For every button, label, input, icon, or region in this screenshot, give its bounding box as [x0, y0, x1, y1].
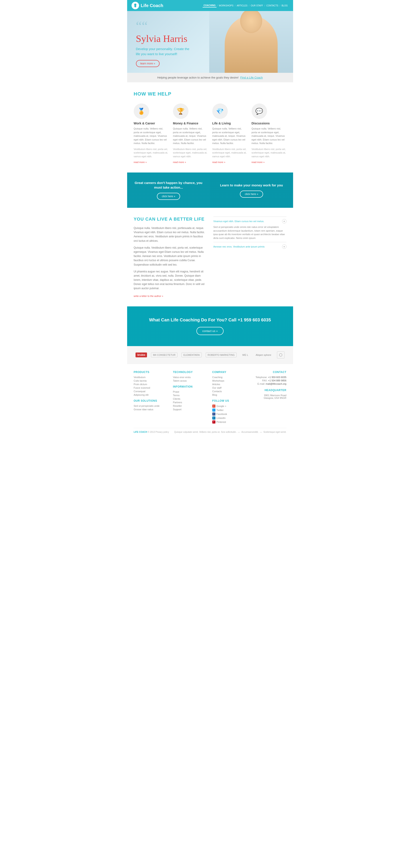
- product-link-4[interactable]: Consequat: [134, 390, 169, 393]
- tech-link-0[interactable]: Vatus enor erotu: [173, 376, 208, 378]
- nav-blog[interactable]: BLOG: [281, 4, 289, 7]
- cta-section: Great careers don't happen by chance, yo…: [127, 173, 293, 208]
- learn-more-button[interactable]: learn more »: [136, 60, 159, 67]
- partner-m4: M4 CONSECTETUR: [151, 352, 177, 358]
- company-link-4[interactable]: Contacts: [212, 390, 247, 393]
- tech-link-1[interactable]: Tatem acous: [173, 379, 208, 382]
- help-item-money: 🏆 Money & Finance Quisque nulla. Velbero…: [173, 103, 208, 164]
- footer-link-1: Accumsanvestibl.: [241, 431, 259, 433]
- address1: 9901 Marmore Road: [251, 394, 287, 397]
- how-we-help-title: HOW WE HELP: [134, 91, 287, 97]
- logo-text: Life Coach: [141, 3, 163, 8]
- nav-workshops[interactable]: WORKSHOPS: [218, 4, 234, 7]
- contact-phone: +1 959 603 6035: [268, 376, 287, 378]
- product-link-0[interactable]: Vestibulum: [134, 376, 169, 378]
- nav-articles[interactable]: ARTICLES: [236, 4, 248, 7]
- cta-right-button[interactable]: click here »: [240, 191, 263, 198]
- nav-contacts[interactable]: CONTACTS: [266, 4, 279, 7]
- money-read-more[interactable]: read more »: [173, 161, 186, 163]
- partners-bar: brulex M4 CONSECTETUR ELEMENTARA ROBERTO…: [127, 346, 293, 364]
- social-linkedin[interactable]: in LinkedIn: [212, 416, 247, 420]
- career-read-more[interactable]: read more »: [134, 161, 147, 163]
- company-link-5[interactable]: Blog: [212, 394, 247, 396]
- find-coach-link[interactable]: Find a Life Coach: [240, 76, 263, 79]
- accordion-2-plus[interactable]: +: [282, 244, 287, 249]
- nav-coaching[interactable]: COACHING: [203, 4, 216, 7]
- accordion-1-plus[interactable]: +: [282, 219, 287, 223]
- footer-link-0: Quisque vulputate semit. Velbero nisl, p…: [174, 431, 236, 433]
- hero-content: ““ Sylvia Harris Develop your personalit…: [136, 20, 193, 67]
- footer-company-col: COMPANY Coaching Workshops Articles Our …: [212, 371, 247, 424]
- info-link-3[interactable]: Partners: [173, 401, 208, 404]
- info-link-2[interactable]: Clients: [173, 398, 208, 400]
- logo-icon: [131, 2, 139, 9]
- partner-roberto: ROBERTO MARKETING: [206, 352, 237, 358]
- social-facebook[interactable]: f Facebook: [212, 412, 247, 415]
- footer-contact-col: CONTACT Telephone: +1 959 603 6035 FAX: …: [251, 371, 287, 424]
- money-text: Quisque nulla. Velbero nisl, porta ve sc…: [173, 127, 208, 145]
- company-link-1[interactable]: Workshops: [212, 379, 247, 382]
- nav-our-staff[interactable]: OUR STAFF: [250, 4, 264, 7]
- contact-fax: +1 504 889 9856: [268, 379, 287, 382]
- partner-we: WE L: [241, 353, 250, 357]
- company-link-2[interactable]: Articles: [212, 383, 247, 385]
- social-twitter[interactable]: t Twitter: [212, 408, 247, 412]
- contact-email-row: E-mail: mail@lifecoach.org: [251, 382, 287, 385]
- nav-sep-3: /: [249, 4, 249, 7]
- accordion-1-header[interactable]: Vivamus eget nibh. Etiam cursus leo vel …: [213, 219, 287, 223]
- info-link-4[interactable]: Reseller: [173, 405, 208, 407]
- accordion-1: Vivamus eget nibh. Etiam cursus leo vel …: [213, 217, 287, 242]
- money-text2: Vestibulum libero nisl, porta vel, scele…: [173, 147, 208, 158]
- social-links: G Google + t Twitter f Facebook in Linke…: [212, 405, 247, 424]
- company-link-0[interactable]: Coaching: [212, 376, 247, 378]
- footer-link-sep2: —: [260, 431, 262, 433]
- footer: PRODUCTS Vestibulum Culis lacinia Proin …: [127, 364, 293, 438]
- partner-brulex: brulex: [136, 352, 147, 358]
- contact-fax-row: FAX: +1 504 889 9856: [251, 379, 287, 382]
- follow-title: FOLLOW US: [212, 399, 247, 402]
- better-left: YOU CAN LIVE A BETTER LIFE Quisque nulla…: [134, 217, 207, 298]
- footer-grid: PRODUCTS Vestibulum Culis lacinia Proin …: [134, 371, 287, 424]
- help-item-life: 💎 Life & Living Quisque nulla. Velbero n…: [212, 103, 247, 164]
- write-letter-link[interactable]: write a letter to the author »: [134, 295, 163, 297]
- info-link-0[interactable]: Prase: [173, 391, 208, 393]
- contact-us-button[interactable]: contact us »: [197, 327, 223, 335]
- accordion-2-header[interactable]: Aenean nec eros. Vestibulum ante ipsum p…: [213, 244, 287, 249]
- linkedin-icon: in: [212, 416, 215, 420]
- accordion-1-title: Vivamus eget nibh. Etiam cursus leo vel …: [213, 220, 264, 223]
- product-link-2[interactable]: Proin dictum: [134, 383, 169, 385]
- info-link-1[interactable]: Terms: [173, 394, 208, 397]
- partner-aliqam: Aliqam sphere: [254, 353, 273, 357]
- hero-section: ““ Sylvia Harris Develop your personalit…: [127, 11, 293, 73]
- footer-copy: LIFE COACH © 2013 Privacy policy: [134, 431, 169, 433]
- cta-right-text: Learn to make your money work for you: [220, 183, 283, 187]
- social-google[interactable]: G Google +: [212, 405, 247, 408]
- cta-left-button[interactable]: click here »: [157, 193, 180, 200]
- better-right: Vivamus eget nibh. Etiam cursus leo vel …: [213, 217, 287, 298]
- solution-link-0[interactable]: Sed ut perspiciatis unde: [134, 405, 169, 407]
- info-link-5[interactable]: Support: [173, 408, 208, 411]
- life-read-more[interactable]: read more »: [212, 161, 226, 163]
- product-link-3[interactable]: Fusce euismod: [134, 386, 169, 389]
- social-pinterest[interactable]: P Pinterest: [212, 421, 247, 424]
- life-title: Life & Living: [212, 122, 247, 125]
- footer-bottom: LIFE COACH © 2013 Privacy policy Quisque…: [134, 428, 287, 433]
- discussions-title: Discussions: [251, 122, 287, 125]
- life-icon: 💎: [216, 107, 224, 115]
- solutions-title: OUR SOLUTIONS: [134, 399, 169, 402]
- product-link-1[interactable]: Culis lacinia: [134, 379, 169, 382]
- logo-svg: [133, 3, 138, 8]
- company-link-3[interactable]: Our staff: [212, 386, 247, 389]
- discussions-text2: Vestibulum libero nisl, porta vel, scele…: [251, 147, 287, 158]
- discussions-icon: 💬: [256, 107, 263, 115]
- footer-tech-col: TECHNOLOGY Vatus enor erotu Tatem acous …: [173, 371, 208, 424]
- product-link-5[interactable]: Adipiscing elit: [134, 394, 169, 396]
- solution-link-1[interactable]: Grosse idae natus: [134, 408, 169, 411]
- logo-wrap[interactable]: Life Coach: [131, 2, 163, 9]
- life-text2: Vestibulum libero nisl, porta vel, scele…: [212, 147, 247, 158]
- discussions-read-more[interactable]: read more »: [251, 161, 265, 163]
- career-text: Quisque nulla. Velbero nisl, porta ve sc…: [134, 127, 169, 145]
- tech-title: TECHNOLOGY: [173, 371, 208, 374]
- google-icon: G: [212, 405, 215, 408]
- nav-sep-1: /: [217, 4, 218, 7]
